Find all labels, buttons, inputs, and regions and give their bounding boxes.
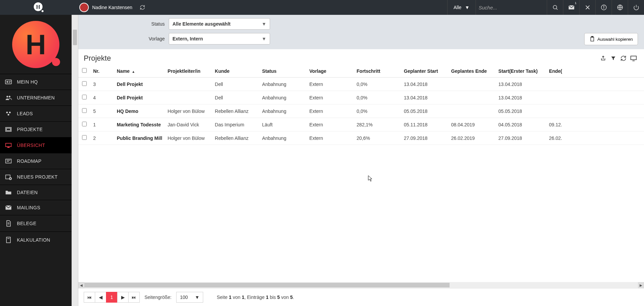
col-vorlage[interactable]: Vorlage	[307, 65, 354, 78]
export-icon[interactable]	[598, 54, 608, 63]
cell-nr: 2	[90, 131, 114, 145]
sidebar-item-mailings[interactable]: MAILINGS	[0, 200, 72, 215]
cell-ende	[546, 91, 644, 104]
table-row[interactable]: 5HQ DemoHolger von BülowRebellen Allianz…	[78, 104, 644, 118]
svg-rect-40	[631, 56, 637, 60]
search-scope-label: Alle	[454, 5, 461, 10]
sidebar-item-unternehmen[interactable]: UNTERNEHMEN	[0, 90, 72, 105]
calc-icon	[5, 237, 12, 243]
cell-vorlage: Extern	[307, 78, 354, 91]
sidebar-item-label: MEIN HQ	[17, 79, 38, 85]
info-icon[interactable]	[595, 0, 612, 15]
svg-rect-38	[591, 37, 594, 41]
cell-fortschritt: 20,6%	[354, 131, 401, 145]
sidebar-item-label: NEUES PROJEKT	[17, 174, 58, 180]
close-icon[interactable]	[579, 0, 595, 15]
row-checkbox[interactable]	[82, 81, 87, 86]
table-row[interactable]: 4Dell ProjektDellAnbahnungExtern0,0%13.0…	[78, 91, 644, 104]
svg-point-20	[9, 112, 11, 113]
sidebar-item-dateien[interactable]: DATEIEN	[0, 185, 72, 200]
sidebar: H MEIN HQ UNTERNEHMEN LEADS PROJEKTE ÜBE…	[0, 15, 72, 306]
sidebar-item-belege[interactable]: BELEGE	[0, 215, 72, 232]
scroll-left-icon[interactable]: ◀	[78, 282, 84, 288]
col-name[interactable]: Name	[114, 65, 165, 78]
filter-status-select[interactable]: Alle Elemente ausgewählt ▼	[169, 18, 270, 30]
row-checkbox[interactable]	[82, 95, 87, 99]
pager-prev-button[interactable]: ◀	[95, 292, 106, 303]
envelope-icon	[5, 205, 12, 210]
app-logo-large[interactable]: H	[0, 15, 72, 74]
clipboard-icon	[589, 36, 595, 42]
col-leiter[interactable]: Projektleiter/in	[165, 65, 212, 78]
sidebar-item-leads[interactable]: LEADS	[0, 105, 72, 121]
cell-vorlage: Extern	[307, 104, 354, 118]
search-scope-select[interactable]: Alle ▼	[447, 0, 476, 15]
col-kunde[interactable]: Kunde	[212, 65, 260, 78]
select-all-checkbox[interactable]	[82, 68, 87, 73]
mail-icon[interactable]: 1	[563, 0, 579, 15]
user-avatar[interactable]	[79, 3, 89, 12]
monitor-icon[interactable]	[628, 54, 639, 63]
sidebar-item-label: UNTERNEHMEN	[17, 95, 55, 100]
svg-point-3	[553, 5, 557, 9]
search-icon[interactable]	[547, 0, 563, 15]
svg-point-18	[9, 96, 10, 97]
pager-last-button[interactable]: ⏭	[128, 292, 140, 303]
sidebar-item-projekte[interactable]: PROJEKTE	[0, 121, 72, 137]
users-icon	[5, 95, 12, 101]
row-checkbox[interactable]	[82, 108, 87, 113]
row-checkbox[interactable]	[82, 135, 87, 140]
sync-icon[interactable]	[140, 5, 145, 10]
cell-start: 05.05.2018	[496, 104, 546, 118]
col-start[interactable]: Start(Erster Task)	[496, 65, 546, 78]
col-nr[interactable]: Nr.	[90, 65, 114, 78]
table-header-row: Nr. Name Projektleiter/in Kunde Status V…	[78, 65, 644, 78]
vertical-scrollbar[interactable]	[72, 15, 78, 306]
refresh-icon[interactable]	[618, 54, 628, 63]
new-project-icon	[5, 174, 12, 180]
table-row[interactable]: 2Public Branding MillHolger von BülowReb…	[78, 131, 644, 145]
table-row[interactable]: 1Marketing TodessteJan-David VickDas Imp…	[78, 118, 644, 131]
col-status[interactable]: Status	[260, 65, 307, 78]
col-ende[interactable]: Ende(	[546, 65, 644, 78]
power-icon[interactable]	[628, 0, 644, 15]
projects-table-wrap: Nr. Name Projektleiter/in Kunde Status V…	[78, 65, 644, 282]
cell-name: Public Branding Mill	[114, 131, 165, 145]
filter-icon[interactable]	[608, 54, 618, 63]
cell-leiter: Jan-David Vick	[165, 118, 212, 131]
row-checkbox[interactable]	[82, 122, 87, 126]
col-geplstart[interactable]: Geplanter Start	[401, 65, 449, 78]
sidebar-item-mein-hq[interactable]: MEIN HQ	[0, 74, 72, 90]
overview-icon	[5, 142, 12, 148]
svg-rect-25	[7, 147, 10, 148]
projects-icon	[5, 126, 12, 132]
filter-vorlage-select[interactable]: Extern, Intern ▼	[169, 33, 270, 44]
col-geplende[interactable]: Geplantes Ende	[449, 65, 496, 78]
globe-icon[interactable]	[612, 0, 628, 15]
sidebar-item-uebersicht[interactable]: ÜBERSICHT	[0, 137, 72, 153]
pager-page-current[interactable]: 1	[106, 292, 117, 303]
table-row[interactable]: 3Dell ProjektDellAnbahnungExtern0,0%13.0…	[78, 78, 644, 91]
cell-nr: 3	[90, 78, 114, 91]
sidebar-item-neues-projekt[interactable]: NEUES PROJEKT	[0, 169, 72, 185]
cell-leiter: Holger von Bülow	[165, 131, 212, 145]
sidebar-item-roadmap[interactable]: ROADMAP	[0, 153, 72, 169]
app-logo-small[interactable]: H	[32, 1, 46, 14]
cell-geplende	[449, 91, 496, 104]
col-fortschritt[interactable]: Fortschritt	[354, 65, 401, 78]
chevron-down-icon: ▼	[465, 5, 469, 10]
pager-first-button[interactable]: ⏮	[84, 292, 95, 303]
sidebar-item-label: MAILINGS	[17, 205, 40, 210]
pagesize-select[interactable]: 100 ▼	[176, 292, 203, 303]
mouse-cursor	[368, 175, 373, 182]
cell-start: 27.09.2018	[496, 131, 546, 145]
cell-status: Anbahnung	[260, 104, 307, 118]
cell-fortschritt: 282,1%	[354, 118, 401, 131]
copy-selection-button[interactable]: Auswahl kopieren	[584, 33, 638, 45]
scroll-right-icon[interactable]: ▶	[638, 282, 644, 288]
pager-next-button[interactable]: ▶	[117, 292, 129, 303]
cell-leiter	[165, 78, 212, 91]
horizontal-scrollbar[interactable]: ◀ ▶	[78, 282, 644, 288]
sidebar-item-kalkulation[interactable]: KALKULATION	[0, 232, 72, 248]
search-input[interactable]	[476, 5, 547, 10]
